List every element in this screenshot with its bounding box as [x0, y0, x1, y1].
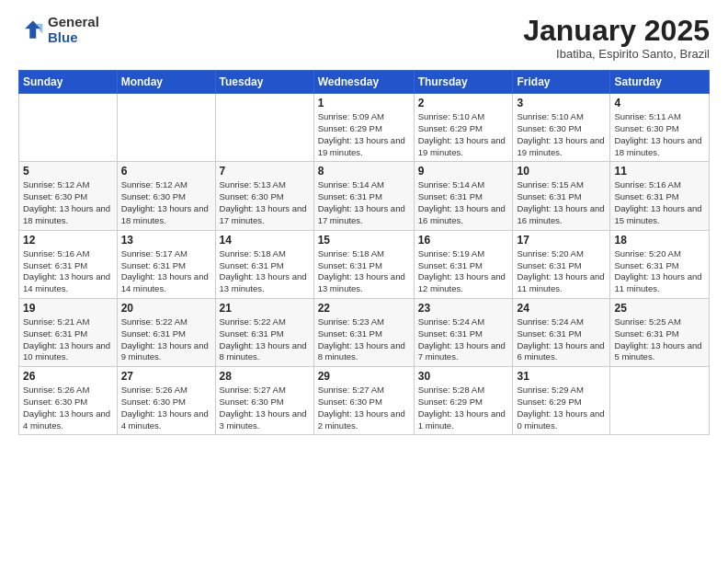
- logo: General Blue: [18, 15, 99, 45]
- weekday-header-friday: Friday: [513, 71, 610, 94]
- day-info: Sunrise: 5:16 AM Sunset: 6:31 PM Dayligh…: [614, 179, 705, 226]
- calendar-cell: 21Sunrise: 5:22 AM Sunset: 6:31 PM Dayli…: [215, 298, 313, 366]
- day-number: 6: [121, 165, 211, 178]
- day-number: 29: [318, 370, 410, 383]
- calendar-cell: 11Sunrise: 5:16 AM Sunset: 6:31 PM Dayli…: [610, 162, 710, 230]
- header: General Blue January 2025 Ibatiba, Espir…: [18, 15, 710, 61]
- calendar-cell: 23Sunrise: 5:24 AM Sunset: 6:31 PM Dayli…: [414, 298, 513, 366]
- calendar-cell: [19, 94, 118, 162]
- day-info: Sunrise: 5:24 AM Sunset: 6:31 PM Dayligh…: [418, 316, 509, 363]
- day-number: 26: [23, 370, 113, 383]
- calendar-week-2: 5Sunrise: 5:12 AM Sunset: 6:30 PM Daylig…: [19, 162, 710, 230]
- day-number: 21: [220, 302, 310, 315]
- calendar-cell: 31Sunrise: 5:29 AM Sunset: 6:29 PM Dayli…: [513, 367, 610, 435]
- day-info: Sunrise: 5:23 AM Sunset: 6:31 PM Dayligh…: [318, 316, 410, 363]
- weekday-header-monday: Monday: [117, 71, 215, 94]
- calendar-cell: 4Sunrise: 5:11 AM Sunset: 6:30 PM Daylig…: [610, 94, 710, 162]
- day-number: 7: [220, 165, 310, 178]
- day-number: 1: [318, 97, 410, 109]
- day-info: Sunrise: 5:18 AM Sunset: 6:31 PM Dayligh…: [318, 248, 410, 295]
- weekday-header-tuesday: Tuesday: [215, 71, 313, 94]
- calendar-cell: 7Sunrise: 5:13 AM Sunset: 6:30 PM Daylig…: [215, 162, 313, 230]
- day-number: 3: [517, 97, 606, 109]
- day-number: 20: [121, 302, 211, 315]
- day-number: 31: [517, 370, 606, 383]
- day-number: 4: [614, 97, 705, 109]
- calendar-header-row: SundayMondayTuesdayWednesdayThursdayFrid…: [19, 71, 710, 94]
- calendar-week-5: 26Sunrise: 5:26 AM Sunset: 6:30 PM Dayli…: [19, 367, 710, 435]
- calendar-week-3: 12Sunrise: 5:16 AM Sunset: 6:31 PM Dayli…: [19, 230, 710, 298]
- calendar-cell: 26Sunrise: 5:26 AM Sunset: 6:30 PM Dayli…: [19, 367, 118, 435]
- logo-blue: Blue: [48, 30, 99, 46]
- calendar-cell: 10Sunrise: 5:15 AM Sunset: 6:31 PM Dayli…: [513, 162, 610, 230]
- calendar-cell: 3Sunrise: 5:10 AM Sunset: 6:30 PM Daylig…: [513, 94, 610, 162]
- day-number: 14: [220, 234, 310, 247]
- day-number: 22: [318, 302, 410, 315]
- day-number: 24: [517, 302, 606, 315]
- day-info: Sunrise: 5:18 AM Sunset: 6:31 PM Dayligh…: [220, 248, 310, 295]
- day-info: Sunrise: 5:25 AM Sunset: 6:31 PM Dayligh…: [614, 316, 705, 363]
- day-info: Sunrise: 5:14 AM Sunset: 6:31 PM Dayligh…: [418, 179, 509, 226]
- day-info: Sunrise: 5:11 AM Sunset: 6:30 PM Dayligh…: [614, 111, 705, 158]
- calendar-cell: 25Sunrise: 5:25 AM Sunset: 6:31 PM Dayli…: [610, 298, 710, 366]
- calendar-cell: 20Sunrise: 5:22 AM Sunset: 6:31 PM Dayli…: [117, 298, 215, 366]
- calendar-week-4: 19Sunrise: 5:21 AM Sunset: 6:31 PM Dayli…: [19, 298, 710, 366]
- calendar-cell: 6Sunrise: 5:12 AM Sunset: 6:30 PM Daylig…: [117, 162, 215, 230]
- calendar-cell: 15Sunrise: 5:18 AM Sunset: 6:31 PM Dayli…: [313, 230, 414, 298]
- day-info: Sunrise: 5:22 AM Sunset: 6:31 PM Dayligh…: [121, 316, 211, 363]
- day-number: 13: [121, 234, 211, 247]
- month-title: January 2025: [523, 15, 710, 47]
- calendar-cell: 13Sunrise: 5:17 AM Sunset: 6:31 PM Dayli…: [117, 230, 215, 298]
- calendar-cell: 8Sunrise: 5:14 AM Sunset: 6:31 PM Daylig…: [313, 162, 414, 230]
- day-number: 30: [418, 370, 509, 383]
- day-info: Sunrise: 5:13 AM Sunset: 6:30 PM Dayligh…: [220, 179, 310, 226]
- calendar-cell: 9Sunrise: 5:14 AM Sunset: 6:31 PM Daylig…: [414, 162, 513, 230]
- day-info: Sunrise: 5:22 AM Sunset: 6:31 PM Dayligh…: [220, 316, 310, 363]
- day-number: 2: [418, 97, 509, 109]
- day-info: Sunrise: 5:15 AM Sunset: 6:31 PM Dayligh…: [517, 179, 606, 226]
- day-info: Sunrise: 5:10 AM Sunset: 6:29 PM Dayligh…: [418, 111, 509, 158]
- calendar-cell: 17Sunrise: 5:20 AM Sunset: 6:31 PM Dayli…: [513, 230, 610, 298]
- day-info: Sunrise: 5:21 AM Sunset: 6:31 PM Dayligh…: [23, 316, 113, 363]
- day-number: 19: [23, 302, 113, 315]
- logo-general: General: [48, 15, 99, 30]
- day-info: Sunrise: 5:29 AM Sunset: 6:29 PM Dayligh…: [517, 385, 606, 431]
- day-info: Sunrise: 5:27 AM Sunset: 6:30 PM Dayligh…: [220, 385, 310, 431]
- day-number: 17: [517, 234, 606, 247]
- svg-marker-0: [25, 20, 41, 38]
- day-info: Sunrise: 5:10 AM Sunset: 6:30 PM Dayligh…: [517, 111, 606, 158]
- day-info: Sunrise: 5:09 AM Sunset: 6:29 PM Dayligh…: [318, 111, 410, 158]
- day-number: 25: [614, 302, 705, 315]
- day-info: Sunrise: 5:27 AM Sunset: 6:30 PM Dayligh…: [318, 385, 410, 431]
- calendar-cell: [610, 367, 710, 435]
- day-info: Sunrise: 5:12 AM Sunset: 6:30 PM Dayligh…: [23, 179, 113, 226]
- day-info: Sunrise: 5:26 AM Sunset: 6:30 PM Dayligh…: [23, 385, 113, 431]
- day-number: 12: [23, 234, 113, 247]
- title-block: January 2025 Ibatiba, Espirito Santo, Br…: [523, 15, 710, 61]
- calendar-cell: 28Sunrise: 5:27 AM Sunset: 6:30 PM Dayli…: [215, 367, 313, 435]
- day-info: Sunrise: 5:19 AM Sunset: 6:31 PM Dayligh…: [418, 248, 509, 295]
- day-number: 27: [121, 370, 211, 383]
- logo-icon: [18, 17, 44, 43]
- day-info: Sunrise: 5:16 AM Sunset: 6:31 PM Dayligh…: [23, 248, 113, 295]
- location-subtitle: Ibatiba, Espirito Santo, Brazil: [523, 47, 710, 61]
- weekday-header-sunday: Sunday: [19, 71, 118, 94]
- logo-text: General Blue: [48, 15, 99, 45]
- day-number: 15: [318, 234, 410, 247]
- calendar-cell: 5Sunrise: 5:12 AM Sunset: 6:30 PM Daylig…: [19, 162, 118, 230]
- day-info: Sunrise: 5:14 AM Sunset: 6:31 PM Dayligh…: [318, 179, 410, 226]
- weekday-header-saturday: Saturday: [610, 71, 710, 94]
- calendar-cell: 22Sunrise: 5:23 AM Sunset: 6:31 PM Dayli…: [313, 298, 414, 366]
- calendar-table: SundayMondayTuesdayWednesdayThursdayFrid…: [18, 70, 710, 435]
- day-number: 16: [418, 234, 509, 247]
- calendar-cell: 30Sunrise: 5:28 AM Sunset: 6:29 PM Dayli…: [414, 367, 513, 435]
- day-number: 5: [23, 165, 113, 178]
- calendar-cell: 19Sunrise: 5:21 AM Sunset: 6:31 PM Dayli…: [19, 298, 118, 366]
- weekday-header-wednesday: Wednesday: [313, 71, 414, 94]
- day-info: Sunrise: 5:17 AM Sunset: 6:31 PM Dayligh…: [121, 248, 211, 295]
- calendar-cell: [215, 94, 313, 162]
- calendar-cell: 18Sunrise: 5:20 AM Sunset: 6:31 PM Dayli…: [610, 230, 710, 298]
- day-info: Sunrise: 5:12 AM Sunset: 6:30 PM Dayligh…: [121, 179, 211, 226]
- calendar-cell: 27Sunrise: 5:26 AM Sunset: 6:30 PM Dayli…: [117, 367, 215, 435]
- day-info: Sunrise: 5:28 AM Sunset: 6:29 PM Dayligh…: [418, 385, 509, 431]
